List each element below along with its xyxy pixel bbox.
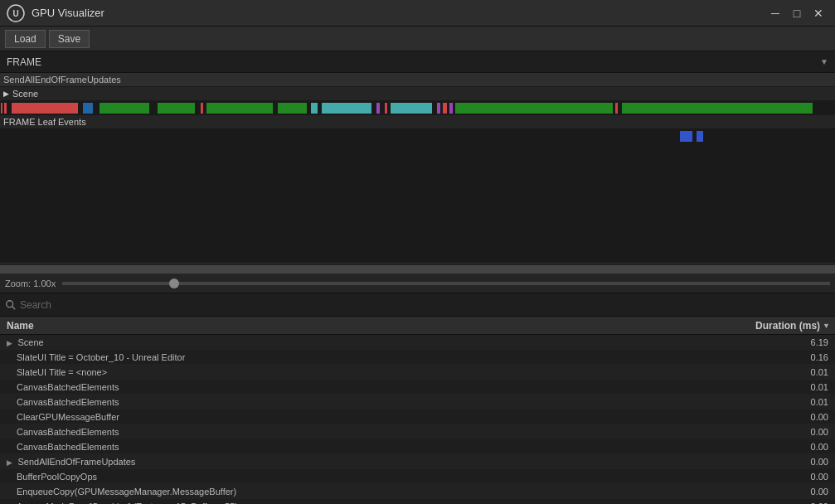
cell-name: ▶ SendAllEndOfFrameUpdates [0, 457, 744, 467]
cell-duration: 0.00 [744, 502, 835, 505]
cell-duration: 0.00 [744, 472, 835, 482]
table-row[interactable]: ▶ Scene6.19 [0, 335, 835, 350]
cell-name: ▶ Scene [0, 337, 744, 347]
scene-segment [385, 103, 387, 114]
cell-duration: 0.16 [744, 352, 835, 362]
scene-segment [322, 103, 371, 114]
scene-segment [437, 103, 440, 114]
leaf-segment [697, 131, 703, 142]
cell-name: EnqueueCopy(GPUMessageManager.MessageBuf… [0, 487, 744, 497]
frame-events-bars-row [0, 129, 835, 143]
visualization-panel: SendAllEndOfFrameUpdates ▶ Scene FRAME L… [0, 73, 835, 264]
table-row[interactable]: BufferPoolCopyOps0.00 [0, 469, 835, 484]
frame-events-label: FRAME Leaf Events [3, 117, 86, 127]
table-header: Name Duration (ms) ▼ [0, 317, 835, 335]
dropdown-arrow-icon: ▼ [820, 57, 828, 66]
table-row[interactable]: ClearGPUMessageBuffer0.00 [0, 410, 835, 424]
data-table: Name Duration (ms) ▼ ▶ Scene6.19SlateUI … [0, 317, 835, 504]
table-row[interactable]: CanvasBatchedElements0.01 [0, 380, 835, 395]
scene-segment [391, 103, 432, 114]
empty-viz-area [0, 143, 835, 243]
scene-segment [376, 103, 380, 114]
save-button[interactable]: Save [49, 30, 90, 48]
cell-name: SlateUI Title = October_10 - Unreal Edit… [0, 352, 744, 362]
svg-point-2 [7, 300, 13, 307]
frame-select-dropdown[interactable]: FRAME [3, 52, 820, 72]
table-row[interactable]: SlateUI Title = <none>0.01 [0, 365, 835, 380]
cell-duration: 0.01 [744, 367, 835, 377]
cell-name: AccessModePass[Graphics] (Textures: 15, … [0, 502, 744, 505]
cell-duration: 0.00 [744, 457, 835, 467]
scene-segment [83, 103, 93, 114]
horizontal-scrollbar[interactable] [0, 264, 835, 274]
zoom-slider[interactable] [62, 282, 830, 285]
frame-selector[interactable]: FRAME ▼ [0, 51, 835, 73]
scene-segment [615, 103, 618, 114]
scene-segment [443, 103, 447, 114]
svg-text:U: U [12, 9, 18, 18]
scene-segment [449, 103, 453, 114]
leaf-segment [680, 131, 692, 142]
scene-segment [158, 103, 195, 114]
scene-segment [311, 103, 318, 114]
table-body: ▶ Scene6.19SlateUI Title = October_10 - … [0, 335, 835, 504]
app-logo: U [7, 4, 25, 22]
send-frame-row: SendAllEndOfFrameUpdates [0, 73, 835, 87]
cell-duration: 0.00 [744, 427, 835, 437]
table-row[interactable]: AccessModePass[Graphics] (Textures: 15, … [0, 499, 835, 504]
send-frame-label: SendAllEndOfFrameUpdates [3, 75, 121, 85]
close-button[interactable]: ✕ [808, 3, 828, 23]
search-icon [5, 299, 17, 311]
scene-segment [100, 103, 149, 114]
window-title: GPU Visualizer [32, 7, 765, 19]
cell-name: SlateUI Title = <none> [0, 367, 744, 377]
cell-duration: 0.00 [744, 412, 835, 422]
zoom-bar: Zoom: 1.00x [0, 274, 835, 293]
cell-duration: 6.19 [744, 337, 835, 347]
cell-duration: 0.01 [744, 382, 835, 392]
table-row[interactable]: EnqueueCopy(GPUMessageManager.MessageBuf… [0, 484, 835, 499]
window-controls: ─ □ ✕ [765, 3, 828, 23]
title-bar: U GPU Visualizer ─ □ ✕ [0, 0, 835, 27]
cell-duration: 0.00 [744, 442, 835, 452]
scene-segment [201, 103, 203, 114]
scene-segment [4, 103, 7, 114]
scene-segment [12, 103, 78, 114]
table-row[interactable]: CanvasBatchedElements0.00 [0, 424, 835, 439]
search-bar [0, 293, 835, 317]
cell-name: ClearGPUMessageBuffer [0, 412, 744, 422]
cell-duration: 0.00 [744, 487, 835, 497]
scrollbar-thumb[interactable] [0, 265, 835, 274]
table-row[interactable]: CanvasBatchedElements0.00 [0, 439, 835, 454]
scene-segment [622, 103, 813, 114]
column-name-header: Name [0, 320, 744, 332]
cell-name: CanvasBatchedElements [0, 382, 744, 392]
toolbar: Load Save [0, 27, 835, 51]
cell-name: CanvasBatchedElements [0, 397, 744, 407]
maximize-button[interactable]: □ [787, 3, 807, 23]
search-input[interactable] [20, 299, 830, 311]
scene-segment [1, 103, 2, 114]
expand-arrow-icon[interactable]: ▶ [7, 458, 15, 467]
scene-bars-row [0, 101, 835, 115]
frame-events-label-row: FRAME Leaf Events [0, 115, 835, 129]
table-row[interactable]: SlateUI Title = October_10 - Unreal Edit… [0, 350, 835, 365]
scene-segment [455, 103, 613, 114]
expand-arrow-icon[interactable]: ▶ [7, 339, 15, 347]
cell-name: BufferPoolCopyOps [0, 472, 744, 482]
cell-duration: 0.01 [744, 397, 835, 407]
zoom-label: Zoom: 1.00x [5, 279, 56, 288]
cell-name: CanvasBatchedElements [0, 442, 744, 452]
scene-label: Scene [12, 89, 38, 99]
table-row[interactable]: CanvasBatchedElements0.01 [0, 395, 835, 410]
svg-line-3 [12, 306, 16, 309]
minimize-button[interactable]: ─ [765, 3, 785, 23]
scene-header-row[interactable]: ▶ Scene [0, 87, 835, 101]
scene-segment [206, 103, 273, 114]
table-row[interactable]: ▶ SendAllEndOfFrameUpdates0.00 [0, 454, 835, 469]
cell-name: CanvasBatchedElements [0, 427, 744, 437]
sort-arrow-icon: ▼ [823, 322, 830, 330]
scene-expand-arrow-icon: ▶ [3, 90, 9, 98]
column-duration-header: Duration (ms) ▼ [744, 320, 835, 332]
load-button[interactable]: Load [5, 30, 46, 48]
